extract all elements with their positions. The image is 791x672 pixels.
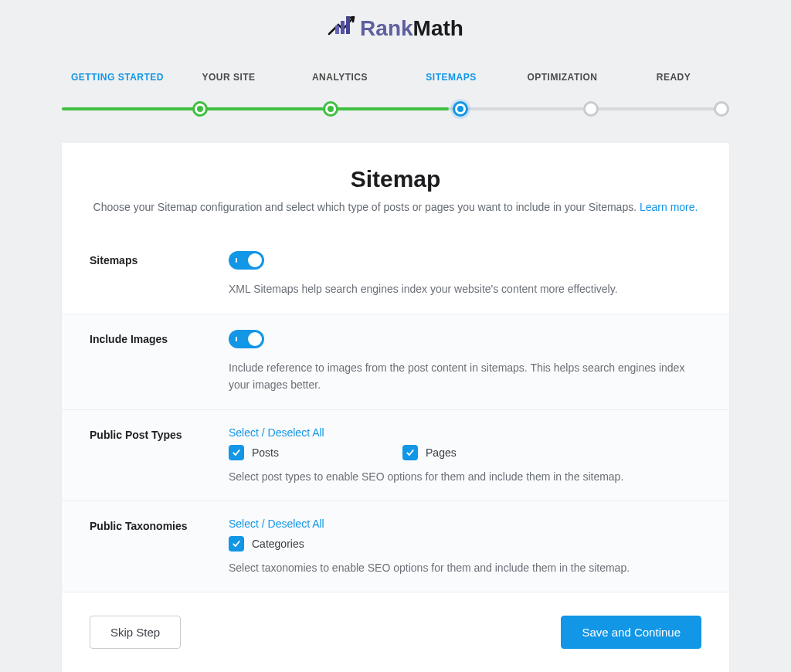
logo-text-2: Math	[413, 16, 463, 40]
section-taxonomies: Public Taxonomies Select / Deselect All …	[62, 501, 729, 592]
step-dot-your-site[interactable]	[192, 101, 208, 117]
step-your-site[interactable]: YOUR SITE	[173, 72, 284, 83]
post-types-label: Public Post Types	[90, 426, 229, 485]
include-images-toggle[interactable]	[229, 330, 264, 348]
step-optimization[interactable]: OPTIMIZATION	[507, 72, 618, 83]
logo-text-1: Rank	[360, 16, 412, 40]
check-icon	[406, 448, 415, 457]
step-dot-optimization[interactable]	[583, 101, 599, 117]
section-post-types: Public Post Types Select / Deselect All …	[62, 409, 729, 501]
checkbox-pages[interactable]	[402, 445, 418, 460]
sitemaps-toggle[interactable]	[229, 251, 264, 270]
post-types-desc: Select post types to enable SEO options …	[229, 468, 701, 485]
svg-rect-1	[341, 21, 345, 34]
check-icon	[232, 539, 241, 548]
progress-bar	[62, 107, 729, 110]
page-subtitle: Choose your Sitemap configuration and se…	[93, 199, 698, 216]
skip-step-button[interactable]: Skip Step	[90, 616, 181, 649]
wizard-steps: GETTING STARTED YOUR SITE ANALYTICS SITE…	[0, 50, 791, 110]
taxonomies-label: Public Taxonomies	[90, 517, 229, 576]
step-analytics[interactable]: ANALYTICS	[284, 72, 396, 83]
panel-footer: Skip Step Save and Continue	[62, 592, 729, 672]
svg-rect-0	[335, 25, 339, 34]
include-images-desc: Include reference to images from the pos…	[229, 359, 701, 394]
check-icon	[232, 448, 241, 457]
checkbox-label-categories[interactable]: Categories	[252, 538, 304, 550]
checkbox-label-posts[interactable]: Posts	[252, 446, 279, 459]
checkbox-posts[interactable]	[229, 445, 244, 460]
step-sitemaps[interactable]: SITEMAPS	[396, 72, 507, 83]
step-dot-ready[interactable]	[714, 101, 729, 117]
sitemaps-desc: XML Sitemaps help search engines index y…	[229, 280, 701, 297]
logo-icon	[328, 14, 355, 42]
svg-rect-2	[346, 16, 350, 34]
save-continue-button[interactable]: Save and Continue	[561, 616, 701, 649]
learn-more-link[interactable]: Learn more.	[640, 201, 698, 213]
step-getting-started[interactable]: GETTING STARTED	[62, 72, 173, 83]
logo: RankMath	[0, 0, 791, 50]
section-sitemaps-label: Sitemaps	[90, 251, 229, 297]
checkbox-label-pages[interactable]: Pages	[426, 446, 457, 459]
sitemap-panel: Sitemap Choose your Sitemap configuratio…	[62, 143, 729, 672]
include-images-label: Include Images	[90, 330, 229, 394]
post-types-select-all[interactable]: Select / Deselect All	[229, 426, 324, 439]
section-include-images: Include Images Include reference to imag…	[62, 314, 729, 409]
step-dot-sitemaps[interactable]	[453, 101, 468, 117]
taxonomies-desc: Select taxonomies to enable SEO options …	[229, 559, 701, 576]
taxonomies-select-all[interactable]: Select / Deselect All	[229, 518, 324, 530]
page-title: Sitemap	[93, 166, 698, 192]
checkbox-categories[interactable]	[229, 536, 244, 552]
step-dot-analytics[interactable]	[323, 101, 338, 117]
section-sitemaps: Sitemaps XML Sitemaps help search engine…	[62, 236, 729, 313]
step-ready[interactable]: READY	[618, 72, 729, 83]
